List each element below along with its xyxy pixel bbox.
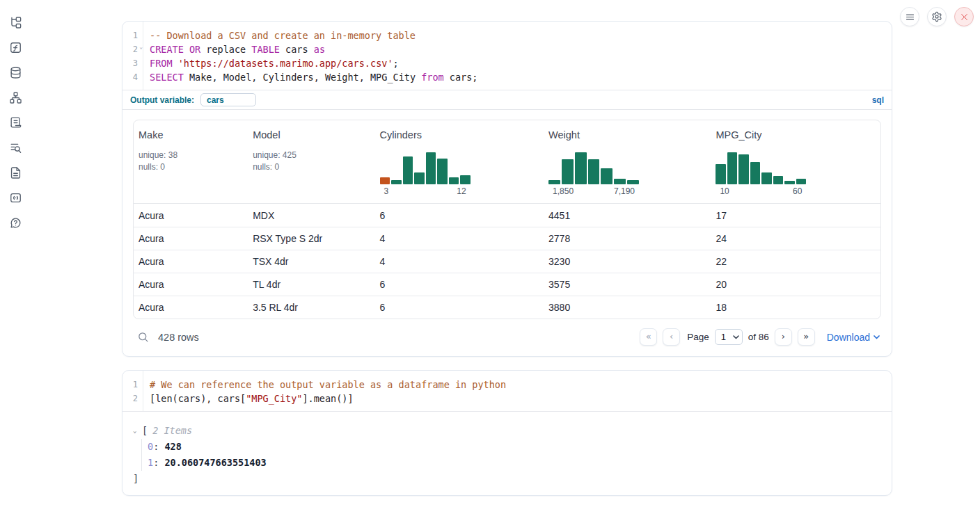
column-histogram: 1060 — [716, 152, 806, 196]
table-cell: 24 — [711, 233, 880, 244]
table-row[interactable]: Acura3.5 RL 4dr6388018 — [134, 296, 880, 319]
entry-key: 0 — [148, 441, 153, 452]
table-row[interactable]: AcuraTL 4dr6357520 — [134, 273, 880, 296]
table-output-section: Makeunique: 38nulls: 0Modelunique: 425nu… — [122, 109, 892, 356]
next-page-button[interactable]: › — [775, 328, 792, 346]
sidebar-item-variables[interactable] — [6, 38, 25, 57]
table-cell: TSX 4dr — [248, 256, 374, 267]
line-number: 1 — [122, 378, 138, 392]
sidebar-item-documentation[interactable] — [6, 163, 25, 182]
download-label: Download — [827, 332, 870, 343]
histogram-bar — [716, 164, 726, 184]
histogram-bar — [460, 175, 471, 184]
column-header-weight[interactable]: Weight1,8507,190 — [544, 129, 711, 196]
table-cell: TL 4dr — [248, 279, 374, 290]
table-cell: Acura — [134, 302, 248, 313]
table-cell: Acura — [134, 256, 248, 267]
code-line: CREATE OR replace TABLE cars as — [150, 42, 892, 56]
line-number: 2 — [122, 392, 138, 405]
table-cell: MDX — [248, 210, 374, 221]
line-number: 1 — [122, 29, 138, 42]
network-graph-icon — [9, 91, 22, 104]
histogram-axis-labels: 312 — [380, 186, 471, 196]
table-row[interactable]: AcuraRSX Type S 2dr4277824 — [134, 227, 880, 250]
tree-root-line: ⌄ [ 2 Items — [133, 423, 881, 438]
tree-collapse-chevron-icon[interactable]: ⌄ — [133, 427, 142, 434]
line-number: 4 — [122, 70, 138, 84]
table-row[interactable]: AcuraTSX 4dr4323022 — [134, 250, 880, 273]
sidebar-item-file-explorer[interactable] — [6, 13, 25, 32]
table-cell: 6 — [375, 302, 544, 313]
settings-button[interactable] — [927, 7, 947, 26]
sidebar-item-scratchpad[interactable] — [6, 113, 25, 132]
column-header-model[interactable]: Modelunique: 425nulls: 0 — [248, 129, 374, 196]
table-cell: 3.5 RL 4dr — [248, 302, 374, 313]
column-label: Model — [253, 129, 374, 140]
histogram-bar — [391, 180, 402, 184]
sidebar-item-logs[interactable] — [6, 138, 25, 157]
table-cell: 22 — [711, 256, 880, 267]
first-page-button[interactable]: « — [640, 328, 657, 346]
table-cell: 4 — [375, 233, 544, 244]
histogram-bar — [575, 152, 587, 184]
tree-entry: 0: 428 — [148, 439, 881, 455]
menu-button[interactable] — [900, 7, 919, 26]
table-body: AcuraMDX6445117AcuraRSX Type S 2dr427782… — [134, 204, 880, 319]
code-line: SELECT Make, Model, Cylinders, Weight, M… — [150, 70, 892, 84]
close-bracket: ] — [133, 471, 881, 486]
log-search-icon — [9, 141, 22, 154]
table-cell: 17 — [711, 210, 880, 221]
table-row[interactable]: AcuraMDX6445117 — [134, 204, 880, 227]
column-label: Weight — [548, 129, 711, 140]
column-label: MPG_City — [716, 129, 880, 140]
python-code-editor[interactable]: 12 # We can reference the output variabl… — [122, 371, 892, 411]
histogram-axis-labels: 1,8507,190 — [548, 186, 639, 196]
help-bubble-icon — [9, 216, 22, 230]
last-page-button[interactable]: » — [798, 328, 815, 346]
histogram-bar — [437, 159, 448, 184]
prev-page-button[interactable]: ‹ — [663, 328, 680, 346]
open-bracket: [ — [142, 425, 148, 436]
page-total: of 86 — [748, 332, 769, 342]
histogram-bar — [403, 156, 413, 184]
histogram-bar — [449, 177, 459, 184]
sql-code-editor[interactable]: 12⌄34 -- Download a CSV and create an in… — [122, 22, 892, 90]
histogram-bar — [562, 159, 574, 184]
tree-entries: 0: 4281: 20.060747663551403 — [141, 439, 881, 471]
column-histogram: 1,8507,190 — [548, 152, 639, 196]
search-button[interactable] — [137, 331, 149, 343]
close-icon — [960, 13, 969, 22]
scroll-icon — [9, 116, 22, 129]
column-header-make[interactable]: Makeunique: 38nulls: 0 — [134, 129, 248, 196]
code-snippet-icon — [9, 191, 22, 204]
page-label: Page — [687, 332, 709, 342]
fold-chevron-icon[interactable]: ⌄ — [139, 45, 143, 50]
language-badge[interactable]: sql — [872, 95, 884, 105]
line-number-gutter: 12 — [122, 371, 143, 411]
download-button[interactable]: Download — [827, 332, 880, 343]
output-variable-input[interactable] — [200, 93, 256, 106]
table-cell: 18 — [711, 302, 880, 313]
code-line: [len(cars), cars["MPG_City"].mean()] — [150, 392, 892, 405]
entry-key: 1 — [148, 457, 153, 468]
column-header-mpg_city[interactable]: MPG_City1060 — [711, 129, 880, 196]
row-count: 428 rows — [158, 332, 199, 343]
column-header-cylinders[interactable]: Cylinders312 — [375, 129, 544, 196]
sql-cell: 12⌄34 -- Download a CSV and create an in… — [122, 21, 892, 357]
shutdown-button[interactable] — [954, 7, 974, 26]
histogram-bar — [761, 172, 772, 184]
sidebar-item-help[interactable] — [6, 213, 25, 232]
table-cell: Acura — [134, 233, 248, 244]
entry-value: 20.060747663551403 — [164, 457, 266, 468]
sidebar-item-data-sources[interactable] — [6, 63, 25, 82]
table-cell: 20 — [711, 279, 880, 290]
table-cell: 3880 — [544, 302, 711, 313]
sidebar-item-dependency-graph[interactable] — [6, 88, 25, 107]
histogram-bar — [548, 180, 560, 184]
table-cell: Acura — [134, 279, 248, 290]
page-select[interactable]: 1 — [715, 329, 743, 345]
column-histogram: 312 — [380, 152, 471, 196]
search-icon — [137, 331, 149, 343]
code-line: # We can reference the output variable a… — [150, 378, 892, 392]
sidebar-item-snippets[interactable] — [6, 188, 25, 207]
